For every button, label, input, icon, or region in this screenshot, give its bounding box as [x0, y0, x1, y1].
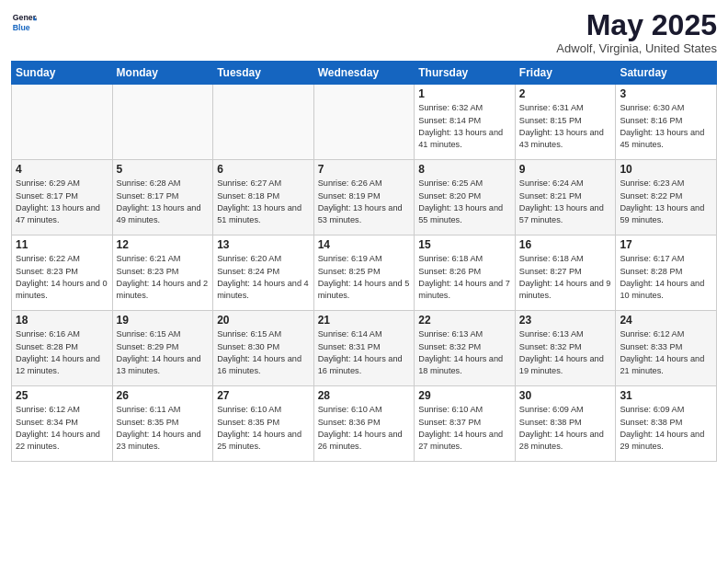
day-info: Sunrise: 6:28 AM Sunset: 8:17 PM Dayligh…: [117, 178, 210, 226]
calendar-cell: 11Sunrise: 6:22 AM Sunset: 8:23 PM Dayli…: [12, 236, 113, 311]
calendar-cell: 26Sunrise: 6:11 AM Sunset: 8:35 PM Dayli…: [112, 386, 213, 462]
calendar-cell: 20Sunrise: 6:15 AM Sunset: 8:30 PM Dayli…: [213, 311, 314, 386]
day-number: 18: [16, 314, 108, 327]
day-number: 8: [418, 163, 511, 176]
day-number: 17: [620, 238, 712, 251]
logo-icon: General Blue: [11, 9, 37, 35]
logo: General Blue: [11, 9, 37, 35]
header-wednesday: Wednesday: [313, 62, 415, 85]
location: Adwolf, Virginia, United States: [556, 41, 717, 55]
day-number: 31: [620, 389, 712, 402]
day-number: 25: [16, 389, 108, 402]
day-info: Sunrise: 6:14 AM Sunset: 8:31 PM Dayligh…: [318, 328, 411, 377]
calendar-cell: 15Sunrise: 6:18 AM Sunset: 8:26 PM Dayli…: [415, 236, 516, 311]
calendar-cell: 23Sunrise: 6:13 AM Sunset: 8:32 PM Dayli…: [515, 311, 616, 386]
calendar-cell: 22Sunrise: 6:13 AM Sunset: 8:32 PM Dayli…: [415, 311, 516, 386]
day-number: 11: [16, 238, 108, 251]
day-info: Sunrise: 6:23 AM Sunset: 8:22 PM Dayligh…: [620, 178, 712, 226]
calendar-cell: 27Sunrise: 6:10 AM Sunset: 8:35 PM Dayli…: [213, 386, 314, 462]
day-info: Sunrise: 6:15 AM Sunset: 8:30 PM Dayligh…: [217, 328, 310, 377]
calendar-cell: 13Sunrise: 6:20 AM Sunset: 8:24 PM Dayli…: [213, 236, 314, 311]
day-info: Sunrise: 6:21 AM Sunset: 8:23 PM Dayligh…: [117, 253, 210, 302]
day-info: Sunrise: 6:12 AM Sunset: 8:34 PM Dayligh…: [16, 404, 108, 453]
day-info: Sunrise: 6:32 AM Sunset: 8:14 PM Dayligh…: [418, 102, 511, 151]
day-number: 5: [117, 163, 210, 176]
day-info: Sunrise: 6:30 AM Sunset: 8:16 PM Dayligh…: [620, 102, 712, 151]
header-thursday: Thursday: [415, 62, 516, 85]
calendar-cell: 21Sunrise: 6:14 AM Sunset: 8:31 PM Dayli…: [313, 311, 415, 386]
day-info: Sunrise: 6:10 AM Sunset: 8:37 PM Dayligh…: [418, 404, 511, 453]
day-info: Sunrise: 6:22 AM Sunset: 8:23 PM Dayligh…: [16, 253, 108, 302]
calendar-cell: 3Sunrise: 6:30 AM Sunset: 8:16 PM Daylig…: [616, 85, 717, 160]
header-tuesday: Tuesday: [213, 62, 314, 85]
day-number: 19: [117, 314, 210, 327]
day-number: 6: [217, 163, 310, 176]
calendar-cell: 25Sunrise: 6:12 AM Sunset: 8:34 PM Dayli…: [12, 386, 113, 462]
title-block: May 2025 Adwolf, Virginia, United States: [556, 9, 717, 55]
calendar-cell: 17Sunrise: 6:17 AM Sunset: 8:28 PM Dayli…: [616, 236, 717, 311]
day-number: 3: [620, 87, 712, 100]
calendar-cell: 19Sunrise: 6:15 AM Sunset: 8:29 PM Dayli…: [112, 311, 213, 386]
month-title: May 2025: [556, 9, 717, 41]
calendar-cell: 1Sunrise: 6:32 AM Sunset: 8:14 PM Daylig…: [415, 85, 516, 160]
day-info: Sunrise: 6:11 AM Sunset: 8:35 PM Dayligh…: [117, 404, 210, 453]
calendar-week-2: 4Sunrise: 6:29 AM Sunset: 8:17 PM Daylig…: [12, 160, 717, 236]
calendar-cell: 4Sunrise: 6:29 AM Sunset: 8:17 PM Daylig…: [12, 160, 113, 236]
day-number: 20: [217, 314, 310, 327]
calendar-cell: [213, 85, 314, 160]
day-info: Sunrise: 6:10 AM Sunset: 8:35 PM Dayligh…: [217, 404, 310, 453]
header-saturday: Saturday: [616, 62, 717, 85]
header-friday: Friday: [515, 62, 616, 85]
day-number: 13: [217, 238, 310, 251]
day-number: 26: [117, 389, 210, 402]
day-info: Sunrise: 6:25 AM Sunset: 8:20 PM Dayligh…: [418, 178, 511, 226]
calendar-cell: 6Sunrise: 6:27 AM Sunset: 8:18 PM Daylig…: [213, 160, 314, 236]
header-row: General Blue May 2025 Adwolf, Virginia, …: [11, 9, 717, 55]
day-number: 1: [418, 87, 511, 100]
day-number: 27: [217, 389, 310, 402]
day-number: 23: [519, 314, 612, 327]
day-number: 14: [318, 238, 411, 251]
day-info: Sunrise: 6:18 AM Sunset: 8:26 PM Dayligh…: [418, 253, 511, 302]
day-number: 2: [519, 87, 612, 100]
calendar-cell: 8Sunrise: 6:25 AM Sunset: 8:20 PM Daylig…: [415, 160, 516, 236]
calendar-cell: 28Sunrise: 6:10 AM Sunset: 8:36 PM Dayli…: [313, 386, 415, 462]
calendar-cell: 7Sunrise: 6:26 AM Sunset: 8:19 PM Daylig…: [313, 160, 415, 236]
calendar-week-1: 1Sunrise: 6:32 AM Sunset: 8:14 PM Daylig…: [12, 85, 717, 160]
calendar-cell: 5Sunrise: 6:28 AM Sunset: 8:17 PM Daylig…: [112, 160, 213, 236]
calendar-week-5: 25Sunrise: 6:12 AM Sunset: 8:34 PM Dayli…: [12, 386, 717, 462]
day-number: 7: [318, 163, 411, 176]
day-info: Sunrise: 6:18 AM Sunset: 8:27 PM Dayligh…: [519, 253, 612, 302]
calendar-cell: 31Sunrise: 6:09 AM Sunset: 8:38 PM Dayli…: [616, 386, 717, 462]
day-info: Sunrise: 6:29 AM Sunset: 8:17 PM Dayligh…: [16, 178, 108, 226]
day-info: Sunrise: 6:31 AM Sunset: 8:15 PM Dayligh…: [519, 102, 612, 151]
day-number: 12: [117, 238, 210, 251]
day-number: 16: [519, 238, 612, 251]
day-number: 29: [418, 389, 511, 402]
day-info: Sunrise: 6:24 AM Sunset: 8:21 PM Dayligh…: [519, 178, 612, 226]
day-number: 21: [318, 314, 411, 327]
day-info: Sunrise: 6:27 AM Sunset: 8:18 PM Dayligh…: [217, 178, 310, 226]
day-number: 15: [418, 238, 511, 251]
day-info: Sunrise: 6:10 AM Sunset: 8:36 PM Dayligh…: [318, 404, 411, 453]
day-number: 30: [519, 389, 612, 402]
calendar-header-row: Sunday Monday Tuesday Wednesday Thursday…: [12, 62, 717, 85]
calendar-cell: 30Sunrise: 6:09 AM Sunset: 8:38 PM Dayli…: [515, 386, 616, 462]
calendar-cell: 18Sunrise: 6:16 AM Sunset: 8:28 PM Dayli…: [12, 311, 113, 386]
day-number: 28: [318, 389, 411, 402]
calendar-cell: 14Sunrise: 6:19 AM Sunset: 8:25 PM Dayli…: [313, 236, 415, 311]
day-number: 9: [519, 163, 612, 176]
calendar-container: General Blue May 2025 Adwolf, Virginia, …: [0, 0, 728, 469]
calendar-cell: [313, 85, 415, 160]
day-number: 22: [418, 314, 511, 327]
day-info: Sunrise: 6:19 AM Sunset: 8:25 PM Dayligh…: [318, 253, 411, 302]
calendar-table: Sunday Monday Tuesday Wednesday Thursday…: [11, 61, 717, 462]
svg-text:Blue: Blue: [13, 23, 30, 32]
calendar-cell: 29Sunrise: 6:10 AM Sunset: 8:37 PM Dayli…: [415, 386, 516, 462]
day-info: Sunrise: 6:20 AM Sunset: 8:24 PM Dayligh…: [217, 253, 310, 302]
day-info: Sunrise: 6:09 AM Sunset: 8:38 PM Dayligh…: [519, 404, 612, 453]
day-info: Sunrise: 6:17 AM Sunset: 8:28 PM Dayligh…: [620, 253, 712, 302]
calendar-cell: [112, 85, 213, 160]
header-monday: Monday: [112, 62, 213, 85]
day-info: Sunrise: 6:12 AM Sunset: 8:33 PM Dayligh…: [620, 328, 712, 377]
